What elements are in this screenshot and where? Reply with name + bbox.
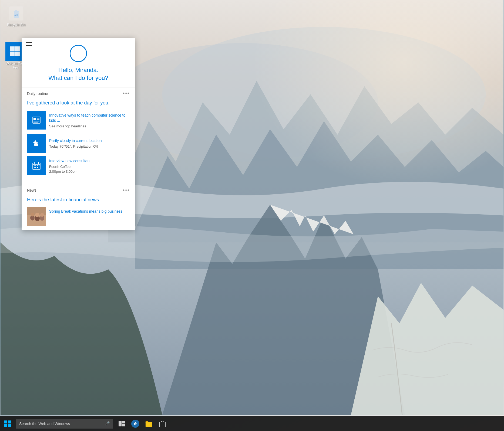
- calendar-card-company: Fourth Coffee: [49, 164, 90, 169]
- svg-rect-30: [37, 165, 38, 166]
- svg-line-22: [34, 141, 34, 141]
- recycle-bin-icon[interactable]: Recycle Bin: [5, 5, 27, 27]
- svg-rect-31: [39, 165, 39, 166]
- cortana-menu-button[interactable]: [26, 42, 32, 46]
- cortana-greeting-line2: What can I do for you?: [48, 74, 108, 81]
- svg-point-42: [40, 213, 44, 217]
- taskbar-file-explorer-button[interactable]: [142, 416, 155, 431]
- cortana-greeting-line1: Hello, Miranda.: [58, 67, 98, 73]
- weather-card-subtitle: Today 70°/51°, Precipitation 0%: [49, 144, 102, 149]
- svg-rect-28: [34, 165, 35, 166]
- news-article-image: [27, 207, 46, 226]
- taskbar-search-mic-icon[interactable]: 🎤: [105, 421, 110, 426]
- daily-routine-header: Daily routine •••: [22, 87, 135, 100]
- news-card-title: Innovative ways to teach computer scienc…: [49, 113, 126, 123]
- weather-card[interactable]: Partly cloudy in current location Today …: [27, 134, 130, 153]
- svg-rect-8: [15, 46, 20, 51]
- svg-rect-43: [119, 421, 122, 426]
- cortana-panel: Hello, Miranda. What can I do for you? D…: [22, 38, 135, 230]
- weather-card-icon: [27, 134, 46, 153]
- news-card-subtitle: See more top headlines: [49, 124, 126, 129]
- news-article-card[interactable]: Spring Break vacations means big busines…: [27, 207, 130, 226]
- svg-rect-33: [35, 167, 36, 168]
- svg-rect-12: [33, 118, 36, 120]
- news-section-intro: Here's the latest in financial news.: [27, 196, 130, 203]
- daily-routine-title: Daily routine: [27, 91, 48, 96]
- news-section-title: News: [27, 188, 36, 192]
- calendar-card-content: Interview new consultant Fourth Coffee 2…: [46, 156, 94, 177]
- svg-rect-7: [10, 46, 15, 51]
- daily-routine-body: I've gathered a look at the day for you.…: [22, 100, 135, 184]
- svg-rect-34: [37, 167, 38, 168]
- svg-rect-10: [15, 52, 20, 56]
- recycle-bin-image: [8, 5, 24, 22]
- taskbar-ie-button[interactable]: e: [129, 416, 142, 431]
- svg-rect-32: [34, 167, 35, 168]
- recycle-bin-label: Recycle Bin: [7, 23, 26, 27]
- start-icon: [4, 420, 11, 427]
- calendar-card[interactable]: Interview new consultant Fourth Coffee 2…: [27, 156, 130, 177]
- calendar-card-icon: [27, 156, 46, 175]
- taskbar-icons: e: [115, 416, 169, 431]
- taskbar-search-text: Search the Web and Windows: [19, 422, 105, 426]
- svg-rect-9: [10, 52, 15, 56]
- news-article-content: Spring Break vacations means big busines…: [46, 207, 126, 226]
- news-section-body: Here's the latest in financial news.: [22, 196, 135, 230]
- news-card[interactable]: Innovative ways to teach computer scienc…: [27, 111, 130, 131]
- svg-rect-47: [159, 422, 165, 427]
- svg-rect-44: [122, 421, 125, 423]
- cortana-header: Hello, Miranda. What can I do for you?: [22, 38, 135, 87]
- weather-card-title: Partly cloudy in current location: [49, 138, 102, 143]
- news-section-more-button[interactable]: •••: [123, 188, 130, 193]
- svg-rect-6: [15, 10, 17, 11]
- cortana-greeting: Hello, Miranda. What can I do for you?: [48, 66, 108, 82]
- news-card-icon: [27, 111, 46, 130]
- daily-routine-intro: I've gathered a look at the day for you.: [27, 100, 130, 106]
- menu-line-1: [26, 42, 32, 43]
- menu-line-2: [26, 44, 32, 44]
- calendar-card-time: 2:00pm to 3:00pm: [49, 169, 90, 174]
- svg-rect-46: [146, 422, 152, 427]
- news-card-content: Innovative ways to teach computer scienc…: [46, 111, 130, 131]
- svg-point-40: [35, 213, 39, 217]
- news-section-header: News •••: [22, 184, 135, 196]
- taskbar-search-bar[interactable]: Search the Web and Windows 🎤: [16, 419, 113, 429]
- calendar-card-title: Interview new consultant: [49, 158, 90, 163]
- svg-rect-45: [122, 424, 125, 426]
- taskbar-store-button[interactable]: [156, 416, 169, 431]
- svg-point-38: [31, 213, 34, 216]
- taskbar-task-view-button[interactable]: [115, 416, 128, 431]
- cortana-circle-logo: [70, 45, 87, 62]
- menu-line-3: [26, 45, 32, 46]
- start-button[interactable]: [0, 416, 15, 431]
- svg-rect-29: [35, 165, 36, 166]
- news-article-title: Spring Break vacations means big busines…: [49, 209, 123, 213]
- taskbar: Search the Web and Windows 🎤 e: [0, 416, 504, 431]
- daily-routine-section: Daily routine ••• I've gathered a look a…: [22, 87, 135, 184]
- news-section: News ••• Here's the latest in financial …: [22, 184, 135, 230]
- ie-icon: e: [131, 420, 139, 428]
- weather-card-content: Partly cloudy in current location Today …: [46, 134, 105, 153]
- daily-routine-more-button[interactable]: •••: [123, 91, 130, 96]
